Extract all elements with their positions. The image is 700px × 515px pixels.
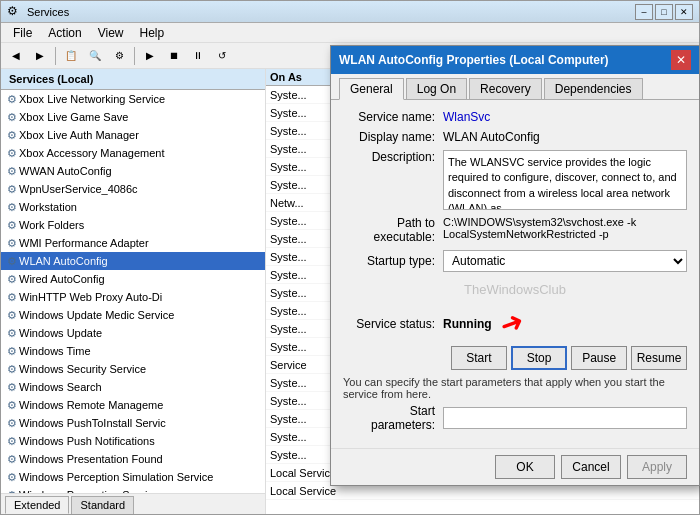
logon-cell: Syste... [270,449,307,461]
tab-general[interactable]: General [339,78,404,100]
menu-help[interactable]: Help [132,24,173,42]
service-icon: ⚙ [5,110,19,124]
play-button[interactable]: ▶ [139,45,161,67]
list-item[interactable]: ⚙ Xbox Live Auth Manager [1,126,265,144]
service-name: Windows Security Service [19,363,146,375]
list-item[interactable]: ⚙ Windows Security Service [1,360,265,378]
list-item[interactable]: ⚙ Wired AutoConfig [1,270,265,288]
stop-service-button[interactable]: Stop [511,346,567,370]
list-item[interactable]: ⚙ Windows Push Notifications [1,432,265,450]
stop-button[interactable]: ⏹ [163,45,185,67]
left-panel-header: Services (Local) [1,69,265,90]
cancel-button[interactable]: Cancel [561,455,621,479]
list-item[interactable]: ⚙ Windows PushToInstall Servic [1,414,265,432]
service-icon: ⚙ [5,434,19,448]
service-name: Windows Time [19,345,91,357]
tab-dependencies[interactable]: Dependencies [544,78,643,99]
app-icon: ⚙ [7,4,23,20]
list-item[interactable]: ⚙ Windows Search [1,378,265,396]
list-item-selected[interactable]: ⚙ WLAN AutoConfig [1,252,265,270]
close-button[interactable]: ✕ [675,4,693,20]
list-item[interactable]: ⚙ WMI Performance Adapter [1,234,265,252]
service-name: Wired AutoConfig [19,273,105,285]
back-button[interactable]: ◀ [5,45,27,67]
toolbar-btn-1[interactable]: 📋 [60,45,82,67]
description-text: The WLANSVC service provides the logic r… [448,156,677,210]
dialog-close-button[interactable]: ✕ [671,50,691,70]
start-service-button[interactable]: Start [451,346,507,370]
list-item[interactable]: ⚙ Xbox Accessory Management [1,144,265,162]
list-item[interactable]: ⚙ Windows Perception Simulation Service [1,468,265,486]
path-value: C:\WINDOWS\system32\svchost.exe -k Local… [443,216,687,240]
restart-button[interactable]: ↺ [211,45,233,67]
startup-type-label: Startup type: [343,254,443,268]
menu-file[interactable]: File [5,24,40,42]
start-params-input[interactable] [443,407,687,429]
list-item[interactable]: ⚙ Windows Perception Service [1,486,265,493]
service-icon: ⚙ [5,308,19,322]
service-icon: ⚙ [5,272,19,286]
menu-view[interactable]: View [90,24,132,42]
service-icon: ⚙ [5,362,19,376]
properties-dialog: WLAN AutoConfig Properties (Local Comput… [330,45,700,486]
ok-button[interactable]: OK [495,455,555,479]
logon-cell: Netw... [270,197,304,209]
description-label: Description: [343,150,443,164]
pause-service-button[interactable]: Pause [571,346,627,370]
start-params-label: Start parameters: [343,404,443,432]
resume-service-button[interactable]: Resume [631,346,687,370]
list-item[interactable]: ⚙ WpnUserService_4086c [1,180,265,198]
service-name: WLAN AutoConfig [19,255,108,267]
logon-cell: Syste... [270,395,307,407]
list-item[interactable]: ⚙ Xbox Live Networking Service [1,90,265,108]
maximize-button[interactable]: □ [655,4,673,20]
dialog-title-text: WLAN AutoConfig Properties (Local Comput… [339,53,671,67]
list-item[interactable]: ⚙ Xbox Live Game Save [1,108,265,126]
list-item[interactable]: ⚙ WinHTTP Web Proxy Auto-Di [1,288,265,306]
list-item[interactable]: ⚙ Windows Time [1,342,265,360]
forward-button[interactable]: ▶ [29,45,51,67]
dialog-footer: OK Cancel Apply [331,448,699,485]
list-item[interactable]: ⚙ WWAN AutoConfig [1,162,265,180]
pause-toolbar-button[interactable]: ⏸ [187,45,209,67]
logon-cell: Syste... [270,377,307,389]
service-icon: ⚙ [5,236,19,250]
window-title: Services [27,6,635,18]
services-list[interactable]: ⚙ Xbox Live Networking Service ⚙ Xbox Li… [1,90,265,493]
start-params-row: Start parameters: [343,404,687,432]
tab-extended[interactable]: Extended [5,496,69,514]
service-icon: ⚙ [5,398,19,412]
apply-button[interactable]: Apply [627,455,687,479]
list-item[interactable]: ⚙ Windows Update Medic Service [1,306,265,324]
list-item[interactable]: ⚙ Windows Remote Manageme [1,396,265,414]
description-row: Description: The WLANSVC service provide… [343,150,687,210]
title-bar: ⚙ Services – □ ✕ [1,1,699,23]
logon-cell: Syste... [270,161,307,173]
list-item[interactable]: ⚙ Windows Presentation Found [1,450,265,468]
service-icon: ⚙ [5,452,19,466]
tab-recovery[interactable]: Recovery [469,78,542,99]
minimize-button[interactable]: – [635,4,653,20]
title-bar-buttons: – □ ✕ [635,4,693,20]
path-label: Path to executable: [343,216,443,244]
logon-cell: Syste... [270,323,307,335]
logon-cell: Syste... [270,233,307,245]
logon-cell: Syste... [270,251,307,263]
toolbar-btn-3[interactable]: ⚙ [108,45,130,67]
list-item[interactable]: ⚙ Workstation [1,198,265,216]
arrow-indicator: ➜ [495,304,528,343]
service-icon: ⚙ [5,416,19,430]
watermark: TheWindowsClub [343,278,687,301]
tab-standard[interactable]: Standard [71,496,134,514]
menu-action[interactable]: Action [40,24,89,42]
logon-cell: Service [270,359,307,371]
logon-cell: Syste... [270,413,307,425]
list-item[interactable]: ⚙ Windows Update [1,324,265,342]
tab-logon[interactable]: Log On [406,78,467,99]
description-box[interactable]: The WLANSVC service provides the logic r… [443,150,687,210]
service-icon: ⚙ [5,200,19,214]
startup-type-select[interactable]: Automatic Manual Disabled [443,250,687,272]
service-name-label: Service name: [343,110,443,124]
toolbar-btn-2[interactable]: 🔍 [84,45,106,67]
list-item[interactable]: ⚙ Work Folders [1,216,265,234]
